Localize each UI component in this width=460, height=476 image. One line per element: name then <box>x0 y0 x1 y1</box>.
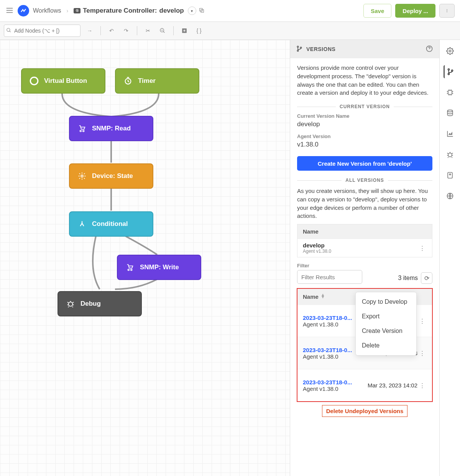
node-label: Timer <box>138 77 156 85</box>
delete-undeployed: Delete Undeployed Versions <box>297 408 432 414</box>
row-sub: Agent v1.38.0 <box>303 249 331 254</box>
settings-icon[interactable] <box>444 44 457 58</box>
svg-point-26 <box>449 50 451 52</box>
sec-current: CURRENT VERSION <box>297 104 432 109</box>
branch-dropdown[interactable]: ▾ <box>188 7 196 15</box>
snmp-icon <box>77 123 87 134</box>
refresh-button[interactable]: ⟳ <box>421 272 432 284</box>
database-icon[interactable] <box>444 107 457 120</box>
add-nodes-input[interactable] <box>4 25 80 37</box>
filter-input[interactable] <box>297 270 362 284</box>
svg-point-22 <box>297 46 298 47</box>
node-snmp-read[interactable]: SNMP: Read <box>69 116 153 141</box>
versions-icon[interactable] <box>444 65 457 78</box>
svg-point-20 <box>131 269 132 271</box>
svg-point-29 <box>452 70 453 71</box>
items-count: 3 items <box>398 275 418 282</box>
menu-icon[interactable] <box>5 6 14 16</box>
svg-point-8 <box>7 28 10 31</box>
ctx-delete[interactable]: Delete <box>356 338 416 353</box>
ctx-copy-to-develop[interactable]: Copy to Develop <box>356 295 416 309</box>
versions-table: Name ▲▼ 2023-03-23T18-0... Agent v1.38.0… <box>297 288 432 402</box>
app-logo[interactable] <box>18 5 29 16</box>
search-icon <box>6 28 12 34</box>
zoom-out-icon[interactable] <box>157 25 168 36</box>
row-name[interactable]: 2023-03-23T18-0... <box>303 347 352 353</box>
svg-point-17 <box>83 130 84 132</box>
panel-header: VERSIONS <box>290 40 439 58</box>
panel-intro: Versions provide more control over your … <box>297 64 432 97</box>
branch-icon <box>296 46 302 53</box>
gear-icon <box>77 171 87 181</box>
timer-icon <box>123 76 133 86</box>
breadcrumb-current: ⦿ Temperature Controller:develop ▾ <box>74 7 205 15</box>
ctx-export[interactable]: Export <box>356 309 416 324</box>
row-menu-button[interactable]: ⋮ <box>417 381 427 390</box>
svg-point-31 <box>447 110 452 112</box>
globe-icon[interactable] <box>444 189 457 203</box>
svg-line-11 <box>163 31 164 33</box>
delete-undeployed-button[interactable]: Delete Undeployed Versions <box>322 405 408 417</box>
code-icon[interactable]: { } <box>194 25 204 36</box>
node-timer[interactable]: Timer <box>115 68 199 94</box>
sep <box>137 26 137 35</box>
deploy-target-icon[interactable] <box>444 169 457 182</box>
agent-label: Agent Version <box>297 133 432 139</box>
row-name[interactable]: 2023-03-23T18-0... <box>303 379 352 385</box>
breadcrumb-root[interactable]: Workflows <box>33 7 61 14</box>
circle-icon <box>29 76 39 86</box>
undo-icon[interactable]: ↶ <box>106 25 117 36</box>
node-label: Device: State <box>92 172 133 180</box>
deploy-button[interactable]: Deploy ... <box>395 4 435 18</box>
row-name[interactable]: develop <box>303 242 331 249</box>
row-sub: Agent v1.38.0 <box>303 353 352 360</box>
row-context-menu: Copy to Develop Export Create Version De… <box>355 292 417 356</box>
svg-point-6 <box>447 10 447 11</box>
more-button[interactable] <box>439 4 455 18</box>
svg-point-24 <box>300 47 301 48</box>
node-label: Conditional <box>92 220 128 228</box>
redo-icon[interactable]: ↷ <box>121 25 131 36</box>
node-conditional[interactable]: Conditional <box>69 211 153 237</box>
node-label: Virtual Button <box>44 77 87 85</box>
chip-icon[interactable] <box>444 86 457 99</box>
sec-all: ALL VERSIONS <box>297 178 432 183</box>
svg-point-16 <box>80 130 82 132</box>
workflow-canvas[interactable]: Virtual Button Timer SNMP: Read Device: … <box>0 40 290 476</box>
chart-icon[interactable] <box>444 127 457 140</box>
create-version-button[interactable]: Create New Version from 'develop' <box>297 156 432 171</box>
help-icon[interactable] <box>426 45 433 54</box>
current-table: Name develop Agent v1.38.0 ⋮ <box>297 224 432 257</box>
add-panel-icon[interactable] <box>179 25 190 36</box>
row-menu-button[interactable]: ⋮ <box>417 316 427 326</box>
svg-point-32 <box>448 153 452 157</box>
all-intro: As you create versions, they will show u… <box>297 187 432 220</box>
table-row: develop Agent v1.38.0 ⋮ <box>297 239 432 257</box>
breadcrumb-sep: › <box>67 8 69 14</box>
svg-point-18 <box>81 175 83 177</box>
ctx-create-version[interactable]: Create Version <box>356 324 416 338</box>
bug-icon[interactable] <box>444 148 457 161</box>
node-snmp-write[interactable]: SNMP: Write <box>117 255 201 280</box>
row-menu-button[interactable]: ⋮ <box>417 244 427 253</box>
node-debug[interactable]: Debug <box>58 291 142 316</box>
cur-name-value: develop <box>297 120 432 128</box>
row-name[interactable]: 2023-03-23T18-0... <box>303 315 352 321</box>
row-sub: Agent v1.38.0 <box>303 385 352 392</box>
node-device-state[interactable]: Device: State <box>69 163 153 189</box>
node-label: SNMP: Read <box>92 125 131 132</box>
goto-icon[interactable]: → <box>84 25 95 36</box>
row-sub: Agent v1.38.0 <box>303 321 352 328</box>
versions-panel: VERSIONS Versions provide more control o… <box>290 40 439 476</box>
toolbar: → ↶ ↷ ✂ { } <box>0 21 460 40</box>
node-virtual-button[interactable]: Virtual Button <box>21 68 105 94</box>
svg-point-14 <box>30 77 38 85</box>
cut-icon[interactable]: ✂ <box>143 25 153 36</box>
copy-icon[interactable] <box>199 7 205 15</box>
save-button[interactable]: Save <box>363 4 391 18</box>
node-label: SNMP: Write <box>140 264 179 271</box>
workflow-name: Temperature Controller: <box>83 7 157 15</box>
row-menu-button[interactable]: ⋮ <box>417 349 427 358</box>
sort-icon: ▲▼ <box>321 293 325 300</box>
cur-name-label: Current Version Name <box>297 113 432 119</box>
